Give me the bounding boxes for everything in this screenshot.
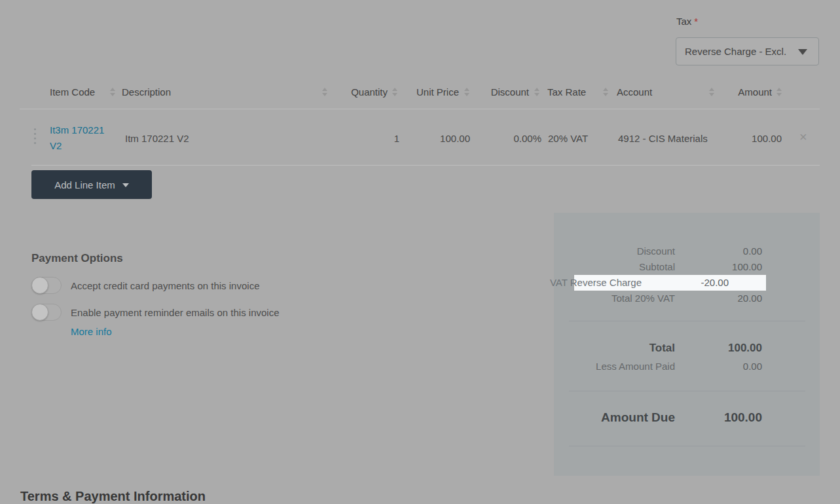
summary-label: Total (649, 340, 675, 357)
column-header-tax-rate[interactable]: Tax Rate (547, 87, 586, 98)
payment-reminder-toggle-label: Enable payment reminder emails on this i… (71, 307, 280, 319)
payment-reminder-toggle[interactable] (31, 304, 62, 321)
summary-label: VAT Reverse Charge (550, 275, 642, 291)
summary-value: 0.00 (743, 243, 762, 259)
sort-icon-discount[interactable] (534, 88, 539, 96)
summary-row-vat-reverse-charge-highlighted: VAT Reverse Charge -20.00 (574, 275, 766, 291)
column-header-item-code[interactable]: Item Code (50, 87, 95, 98)
row-tax-rate: 20% VAT (548, 133, 588, 144)
sort-icon-quantity[interactable] (392, 88, 397, 96)
summary-row-amount-due: Amount Due 100.00 (554, 408, 820, 427)
summary-row-subtotal: Subtotal 100.00 (554, 259, 820, 275)
required-asterisk: * (694, 16, 698, 27)
summary-value: 100.00 (732, 259, 762, 275)
summary-divider (569, 391, 805, 391)
column-header-discount[interactable]: Discount (478, 87, 529, 98)
row-divider (31, 165, 820, 166)
sort-icon-amount[interactable] (776, 88, 782, 96)
add-line-item-button[interactable]: Add Line Item (31, 170, 152, 199)
sort-icon-item-code[interactable] (110, 88, 115, 96)
column-header-amount[interactable]: Amount (720, 87, 772, 98)
summary-value: 20.00 (737, 291, 762, 306)
summary-label: Less Amount Paid (596, 359, 675, 374)
column-header-description[interactable]: Description (122, 87, 171, 98)
credit-card-toggle-label: Accept credit card payments on this invo… (71, 280, 259, 292)
sort-icon-unit-price[interactable] (464, 88, 469, 96)
chevron-down-icon (122, 183, 129, 187)
toggle-knob (31, 304, 48, 321)
add-line-item-label: Add Line Item (54, 179, 115, 190)
payment-options-title: Payment Options (31, 252, 123, 265)
remove-line-icon[interactable]: × (799, 129, 807, 145)
summary-label: Amount Due (601, 408, 675, 427)
invoice-editor-overlay: Tax* Reverse Charge - Excl. Item Code De… (0, 0, 840, 504)
row-unit-price: 100.00 (419, 133, 470, 144)
sort-icon-account[interactable] (709, 88, 714, 96)
summary-label: Total 20% VAT (612, 291, 675, 306)
drag-handle-icon[interactable] (34, 128, 36, 130)
credit-card-toggle[interactable] (31, 277, 62, 294)
sort-icon-tax-rate[interactable] (603, 88, 608, 96)
summary-value: -20.00 (701, 275, 729, 291)
summary-row-total-vat: Total 20% VAT 20.00 (554, 291, 820, 306)
summary-value: 0.00 (743, 359, 762, 374)
tax-label-text: Tax (676, 16, 691, 27)
row-discount: 0.00% (491, 133, 541, 144)
item-code-link[interactable]: It3m 170221 V2 (50, 122, 111, 154)
tax-select-dropdown[interactable]: Reverse Charge - Excl. (676, 37, 819, 65)
column-header-quantity[interactable]: Quantity (340, 87, 388, 98)
more-info-link[interactable]: More info (71, 326, 112, 337)
summary-value: 100.00 (728, 340, 762, 357)
table-header-divider (20, 109, 820, 109)
summary-divider (569, 446, 805, 446)
summary-row-less-amount-paid: Less Amount Paid 0.00 (554, 359, 820, 374)
tax-field-label: Tax* (676, 16, 698, 27)
column-header-account[interactable]: Account (617, 87, 652, 98)
toggle-knob (31, 277, 48, 294)
summary-divider (569, 321, 805, 321)
sort-icon-description[interactable] (322, 88, 327, 96)
row-amount: 100.00 (731, 133, 782, 144)
summary-label: Discount (637, 243, 675, 259)
row-quantity: 1 (367, 133, 399, 144)
summary-value: 100.00 (724, 408, 762, 427)
summary-row-discount: Discount 0.00 (554, 243, 820, 259)
row-account: 4912 - CIS Materials (618, 133, 708, 144)
row-description: Itm 170221 V2 (125, 133, 189, 144)
tax-select-value: Reverse Charge - Excl. (685, 46, 786, 57)
invoice-summary-panel: Discount 0.00 Subtotal 100.00 VAT Revers… (554, 213, 820, 476)
terms-section-title: Terms & Payment Information (20, 489, 206, 504)
summary-row-total: Total 100.00 (554, 340, 820, 357)
chevron-down-icon (798, 49, 807, 55)
summary-label: Subtotal (639, 259, 675, 275)
column-header-unit-price[interactable]: Unit Price (406, 87, 459, 98)
